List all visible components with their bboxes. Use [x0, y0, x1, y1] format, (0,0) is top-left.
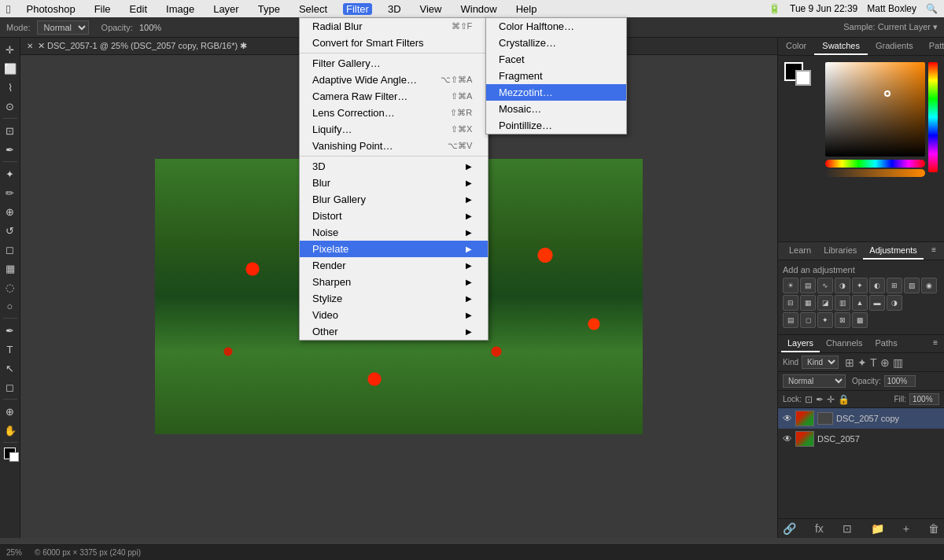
filter-menu-vanishing[interactable]: Vanishing Point… ⌥⌘V [300, 138, 488, 154]
filter-menu-camera-raw[interactable]: Camera Raw Filter… ⇧⌘A [300, 88, 488, 105]
link-layers-btn[interactable]: 🔗 [783, 522, 796, 535]
channel-mixer-adj[interactable]: ⊟ [783, 295, 798, 311]
tab-channels[interactable]: Channels [820, 335, 868, 352]
lock-transparent-icon[interactable]: ⊡ [805, 394, 813, 405]
menu-type[interactable]: Type [255, 3, 283, 15]
filter-menu-radial-blur[interactable]: Radial Blur ⌘⇧F [300, 18, 488, 35]
pixelate-facet[interactable]: Facet [486, 51, 626, 68]
tab-libraries[interactable]: Libraries [817, 242, 863, 260]
filter-menu-sharpen[interactable]: Sharpen ▶ [300, 274, 488, 290]
quick-selection-tool[interactable]: ⊙ [2, 98, 19, 115]
filter-menu-3d[interactable]: 3D ▶ [300, 158, 488, 175]
filter-icon-4[interactable]: ⊕ [880, 356, 890, 369]
threshold-adj[interactable]: ▲ [852, 295, 868, 311]
eyedropper-tool[interactable]: ✒ [2, 141, 19, 158]
exposure-adj[interactable]: ◑ [835, 278, 850, 293]
bw-adj[interactable]: ▨ [904, 278, 920, 293]
opacity-slider[interactable] [825, 169, 925, 177]
filter-menu-lens[interactable]: Lens Correction… ⇧⌘R [300, 105, 488, 121]
lock-position-icon[interactable]: ✛ [827, 394, 835, 405]
hsl-adj[interactable]: ◐ [869, 278, 885, 293]
adj-icon-e[interactable]: ▩ [852, 312, 868, 328]
filter-menu-render[interactable]: Render ▶ [300, 257, 488, 274]
mode-select[interactable]: Normal [37, 20, 89, 35]
menu-select[interactable]: Select [296, 3, 330, 15]
tab-paths[interactable]: Paths [869, 335, 904, 352]
filter-menu-blur[interactable]: Blur ▶ [300, 175, 488, 191]
filter-menu-distort[interactable]: Distort ▶ [300, 208, 488, 224]
tab-patterns[interactable]: Patterns [921, 38, 944, 55]
filter-menu-pixelate[interactable]: Pixelate ▶ [300, 241, 488, 257]
menu-view[interactable]: View [417, 3, 445, 15]
layer-row-0[interactable]: 👁 DSC_2057 copy [778, 408, 944, 429]
pixelate-color-halftone[interactable]: Color Halftone… [486, 18, 626, 35]
hue-bar-vertical[interactable] [928, 62, 938, 172]
foreground-color[interactable] [4, 448, 16, 459]
menu-photoshop[interactable]: Photoshop [23, 3, 78, 15]
pixelate-mosaic[interactable]: Mosaic… [486, 101, 626, 117]
menu-help[interactable]: Help [513, 3, 540, 15]
delete-layer-btn[interactable]: 🗑 [928, 522, 939, 535]
type-tool[interactable]: T [2, 341, 19, 358]
pen-tool[interactable]: ✒ [2, 322, 19, 339]
crop-tool[interactable]: ⊡ [2, 122, 19, 139]
new-layer-btn[interactable]: + [903, 522, 909, 535]
dodge-tool[interactable]: ○ [2, 297, 19, 315]
filter-icon-3[interactable]: T [870, 356, 877, 369]
filter-menu-adaptive[interactable]: Adaptive Wide Angle… ⌥⇧⌘A [300, 72, 488, 88]
layer-row-1[interactable]: 👁 DSC_2057 [778, 429, 944, 449]
tab-adjustments[interactable]: Adjustments [863, 242, 924, 260]
blur-tool[interactable]: ◌ [2, 278, 19, 296]
tab-color[interactable]: Color [778, 38, 814, 55]
background-color[interactable] [9, 452, 19, 462]
color-lookup-adj[interactable]: ▦ [800, 295, 816, 311]
layer-mode-select[interactable]: Normal [783, 374, 846, 388]
filter-menu-video[interactable]: Video ▶ [300, 307, 488, 323]
pixelate-crystallize[interactable]: Crystallize… [486, 35, 626, 51]
filter-menu-noise[interactable]: Noise ▶ [300, 224, 488, 241]
hue-slider[interactable] [825, 160, 925, 168]
background-swatch[interactable] [795, 70, 811, 86]
layer-1-visibility[interactable]: 👁 [783, 433, 792, 444]
curves-adj[interactable]: ∿ [817, 278, 833, 293]
tab-learn[interactable]: Learn [783, 242, 817, 260]
lasso-tool[interactable]: ⌇ [2, 79, 19, 96]
opacity-input[interactable] [884, 375, 916, 387]
layers-kind-select[interactable]: Kind [802, 356, 839, 369]
selective-color-adj[interactable]: ◑ [887, 295, 902, 311]
zoom-tool[interactable]: ⊕ [2, 403, 19, 420]
pixelate-pointillize[interactable]: Pointillize… [486, 117, 626, 134]
filter-icon[interactable]: ⊞ [845, 356, 854, 369]
spectrum-handle[interactable] [884, 90, 891, 97]
layers-menu-icon[interactable]: ≡ [930, 335, 941, 352]
brush-tool[interactable]: ✏ [2, 184, 19, 201]
menu-window[interactable]: Window [457, 3, 500, 15]
filter-menu-other[interactable]: Other ▶ [300, 323, 488, 340]
shape-tool[interactable]: ◻ [2, 378, 19, 396]
tab-gradients[interactable]: Gradients [868, 38, 921, 55]
pixelate-mezzotint[interactable]: Mezzotint… [486, 84, 626, 101]
brightness-contrast-adj[interactable]: ☀ [783, 278, 798, 293]
posterize-adj[interactable]: ▥ [835, 295, 850, 311]
filter-icon-2[interactable]: ✦ [857, 356, 867, 369]
layer-0-visibility[interactable]: 👁 [783, 413, 792, 424]
adj-icon-c[interactable]: ✦ [817, 312, 833, 328]
tab-layers[interactable]: Layers [781, 335, 820, 352]
gradient-tool[interactable]: ▦ [2, 260, 19, 277]
canvas-close-btn[interactable]: ✕ [27, 42, 33, 50]
eraser-tool[interactable]: ◻ [2, 241, 19, 258]
adj-icon-d[interactable]: ⊠ [835, 312, 850, 328]
add-mask-btn[interactable]: ⊡ [843, 522, 852, 535]
invert-adj[interactable]: ◪ [817, 295, 833, 311]
hand-tool[interactable]: ✋ [2, 422, 19, 439]
menu-file[interactable]: File [91, 3, 114, 15]
levels-adj[interactable]: ▤ [800, 278, 816, 293]
menu-filter[interactable]: Filter [343, 3, 372, 15]
fill-input[interactable] [909, 393, 939, 405]
tab-swatches[interactable]: Swatches [814, 38, 868, 55]
adjustments-menu-icon[interactable]: ≡ [928, 242, 939, 260]
photo-filter-adj[interactable]: ◉ [921, 278, 937, 293]
apple-menu[interactable]:  [6, 2, 10, 16]
menu-3d[interactable]: 3D [385, 3, 404, 15]
lock-all-icon[interactable]: 🔒 [838, 394, 850, 405]
